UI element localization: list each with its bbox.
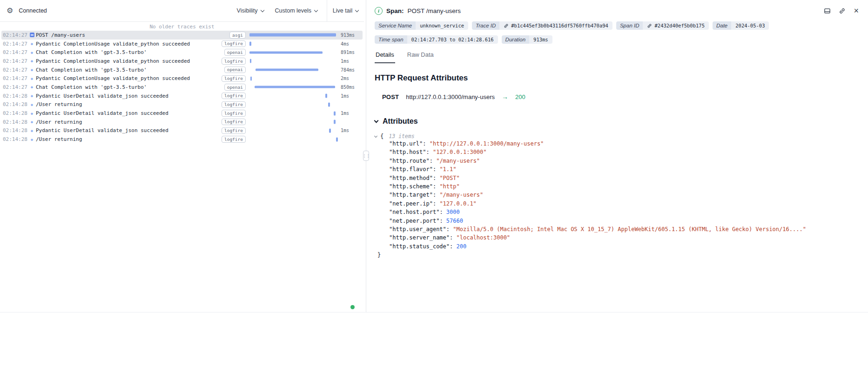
span-kind-icon[interactable]: [28, 33, 36, 37]
detail-tab[interactable]: Details: [375, 51, 395, 63]
duration-label: 4ms: [341, 41, 361, 46]
duration-bar: [336, 137, 338, 141]
http-method: POST: [382, 93, 399, 100]
arrow-right-icon: →: [502, 93, 508, 100]
span-kind-icon[interactable]: [28, 85, 36, 89]
duration-bar-track: [249, 76, 338, 81]
duration-bar-track: [249, 111, 338, 116]
trace-row[interactable]: 02:14:27 Chat Completion with 'gpt-3.5-t…: [1, 48, 363, 57]
trace-row[interactable]: 02:14:27 Pydantic CompletionUsage valida…: [1, 40, 363, 48]
trace-timestamp: 02:14:27: [3, 49, 28, 55]
badge-value-text: #b1c445ef3b0b43116df5760ffb470a94: [511, 23, 608, 28]
scope-tag-column: logfire: [228, 93, 246, 100]
badge-value[interactable]: #b1c445ef3b0b43116df5760ffb470a94: [499, 21, 612, 30]
attribute-row: "http.server_name": "localhost:3000": [375, 234, 860, 243]
json-object-toggle[interactable]: { 13 items: [375, 132, 860, 140]
key-value-separator: :: [430, 158, 436, 164]
attribute-key: "http.route": [389, 158, 430, 164]
visibility-dropdown[interactable]: Visibility: [231, 0, 269, 21]
badge-value-text: #2432d40ef5b0b175: [654, 23, 704, 28]
duration-bar-track: [249, 32, 338, 38]
badge-label: Date: [713, 21, 731, 30]
resize-handle-icon[interactable]: ⋮⋮: [363, 151, 369, 161]
badge-value[interactable]: #2432d40ef5b0b175: [643, 21, 708, 30]
trace-row[interactable]: 02:14:27 Pydantic CompletionUsage valida…: [1, 57, 363, 66]
trace-row[interactable]: 02:14:28 Pydantic UserDetail validate_js…: [1, 92, 363, 100]
metadata-badge: Trace ID #b1c445ef3b0b43116df5760ffb470a…: [472, 21, 612, 30]
trace-row[interactable]: 02:14:28 /User returning logfire: [1, 135, 363, 144]
metadata-badges-row-1: Service Name unknown_service Trace ID #b: [375, 21, 860, 30]
attribute-value: "http://127.0.0.1:3000/many-users": [430, 140, 544, 147]
scope-tag: logfire: [222, 119, 246, 126]
attribute-rows: "http.url": "http://127.0.0.1:3000/many-…: [375, 140, 860, 252]
http-request-attributes-heading: HTTP Request Attributes: [375, 73, 860, 83]
trace-timestamp: 02:14:28: [3, 110, 28, 116]
scope-tag-column: openai: [228, 49, 246, 56]
badge-value-text: 2024-05-03: [735, 23, 765, 28]
badge-value[interactable]: unknown_service: [416, 21, 468, 30]
attribute-value: 57660: [446, 218, 463, 224]
dock-panel-icon[interactable]: [823, 7, 832, 15]
attribute-row: "net.peer.ip": "127.0.0.1": [375, 200, 860, 209]
traces-panel: ⚙ Connected Visibility Custom levels Liv…: [0, 0, 364, 312]
custom-levels-dropdown[interactable]: Custom levels: [269, 0, 323, 21]
span-kind-icon[interactable]: [28, 93, 36, 98]
span-kind-icon[interactable]: [28, 59, 36, 63]
badge-value[interactable]: 2024-05-03: [731, 21, 769, 30]
span-kind-icon[interactable]: [28, 67, 36, 72]
trace-row[interactable]: 02:14:28 /User returning logfire: [1, 100, 363, 109]
attribute-value: "localhost:3000": [457, 234, 511, 241]
badge-value-text: unknown_service: [420, 23, 464, 28]
trace-row[interactable]: 02:14:27 Pydantic CompletionUsage valida…: [1, 74, 363, 83]
trace-row[interactable]: 02:14:28 /User returning logfire: [1, 118, 363, 126]
duration-bar-track: [249, 137, 338, 142]
span-kind-icon[interactable]: [28, 137, 36, 142]
live-tail-dropdown[interactable]: Live tail: [331, 7, 360, 14]
attribute-row: "http.user_agent": "Mozilla/5.0 (Macinto…: [375, 226, 860, 234]
span-kind-icon[interactable]: [28, 128, 36, 133]
span-kind-icon[interactable]: [28, 76, 36, 81]
trace-row[interactable]: 02:14:27 POST /many-users asgi 913ms: [1, 31, 363, 40]
trace-label: Chat Completion with 'gpt-3.5-turbo': [36, 84, 228, 90]
trace-row[interactable]: 02:14:27 Chat Completion with 'gpt-3.5-t…: [1, 66, 363, 74]
duration-bar: [328, 102, 330, 106]
duration-label: 1ms: [341, 93, 361, 99]
trace-row[interactable]: 02:14:28 Pydantic UserDetail validate_js…: [1, 109, 363, 118]
duration-label: 891ms: [341, 50, 361, 55]
open-brace: {: [380, 133, 384, 140]
attributes-heading[interactable]: Attributes: [375, 117, 860, 126]
attribute-value: "Mozilla/5.0 (Macintosh; Intel Mac OS X …: [453, 226, 806, 232]
key-value-separator: :: [450, 234, 456, 241]
badge-label: Trace ID: [472, 21, 499, 30]
span-kind-icon[interactable]: [28, 50, 36, 55]
chevron-down-icon: [314, 8, 318, 12]
attribute-row: "http.flavor": "1.1": [375, 166, 860, 174]
scope-tag: logfire: [222, 101, 246, 108]
span-kind-icon[interactable]: [28, 111, 36, 116]
trace-timestamp: 02:14:27: [3, 32, 28, 38]
span-kind-icon[interactable]: [28, 41, 36, 46]
scope-tag: logfire: [222, 110, 246, 117]
metadata-badge: Time span 02:14:27.703 to 02:14:28.616: [375, 35, 498, 44]
duration-bar-track: [249, 119, 338, 125]
panel-resize-divider[interactable]: ⋮⋮: [364, 0, 368, 312]
settings-gear-icon[interactable]: ⚙: [6, 6, 14, 15]
attribute-key: "http.method": [389, 175, 433, 181]
span-kind-icon[interactable]: [28, 120, 36, 124]
trace-label: /User returning: [36, 136, 228, 142]
scope-tag: logfire: [222, 40, 246, 47]
key-value-separator: :: [433, 200, 439, 207]
span-title: POST /many-users: [408, 7, 461, 14]
trace-row[interactable]: 02:14:28 Pydantic UserDetail validate_js…: [1, 126, 363, 135]
attribute-value: "/many-users": [439, 192, 483, 198]
copy-link-icon[interactable]: [838, 7, 847, 15]
trace-timestamp: 02:14:28: [3, 101, 28, 107]
close-icon[interactable]: ×: [853, 6, 860, 16]
span-kind-icon[interactable]: [28, 102, 36, 107]
no-older-traces-note: No older traces exist: [0, 22, 364, 31]
trace-row[interactable]: 02:14:27 Chat Completion with 'gpt-3.5-t…: [1, 83, 363, 92]
duration-bar: [250, 59, 251, 63]
detail-tab[interactable]: Raw Data: [406, 51, 435, 63]
connection-status: Connected: [19, 7, 47, 14]
duration-label: 2ms: [341, 76, 361, 81]
